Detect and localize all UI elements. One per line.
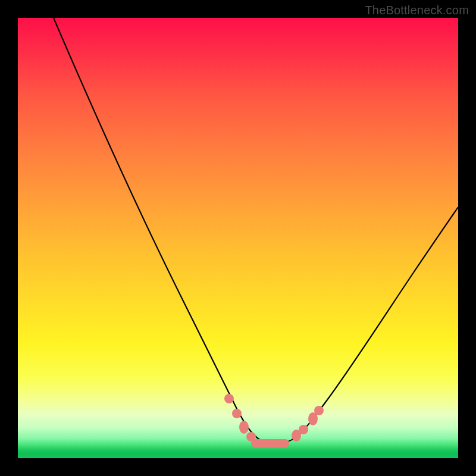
marker-dot [232, 409, 242, 418]
marker-dot [314, 406, 324, 415]
curve-left [54, 18, 275, 444]
curve-overlay [18, 18, 458, 458]
marker-dot [239, 421, 249, 434]
trough-bar [251, 439, 289, 447]
chart-frame: TheBottleneck.com [0, 0, 476, 476]
curve-right [275, 207, 458, 444]
plot-area [18, 18, 458, 458]
marker-dot [299, 425, 308, 434]
watermark-text: TheBottleneck.com [365, 4, 469, 17]
marker-dot [224, 394, 234, 403]
marker-dot [246, 432, 256, 441]
